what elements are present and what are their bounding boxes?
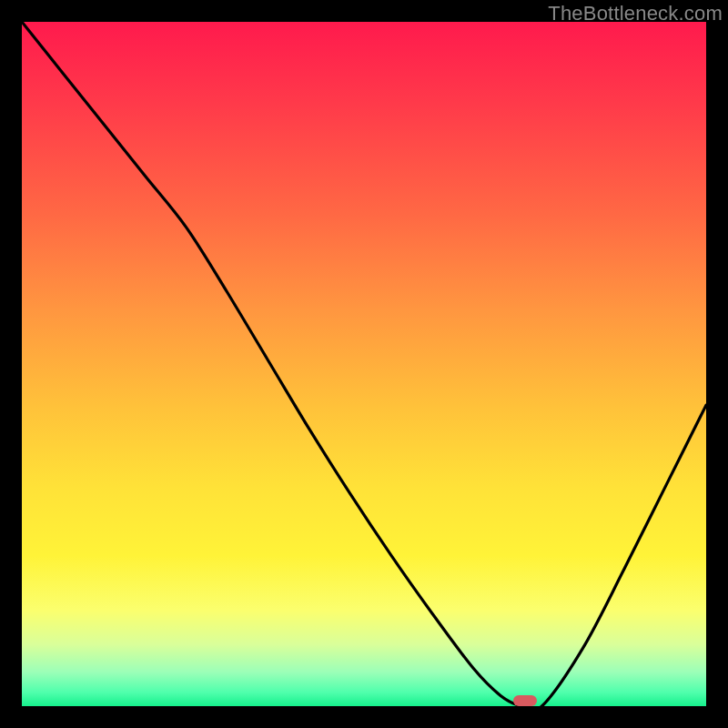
line-curve [22,22,706,706]
plot-area [22,22,706,706]
chart-frame: TheBottleneck.com [0,0,728,728]
min-marker [513,695,537,706]
